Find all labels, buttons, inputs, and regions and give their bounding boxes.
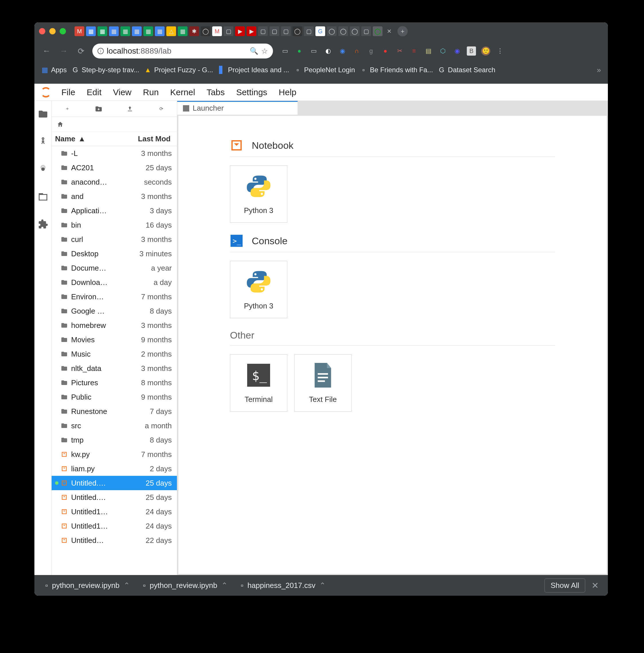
file-item[interactable]: Desktop3 minutes xyxy=(52,246,177,261)
browser-tab[interactable]: G xyxy=(315,26,325,36)
browser-tab[interactable]: ▦ xyxy=(132,26,142,36)
file-item[interactable]: Untitled1…24 days xyxy=(52,505,177,519)
minimize-window[interactable] xyxy=(49,28,56,34)
file-item[interactable]: bin16 days xyxy=(52,218,177,232)
tabs-icon[interactable] xyxy=(38,192,48,202)
file-item[interactable]: liam.py2 days xyxy=(52,461,177,476)
file-item[interactable]: kw.py7 months xyxy=(52,447,177,461)
browser-tab[interactable]: ▢ xyxy=(281,26,291,36)
apps-shortcut[interactable]: ▦ Apps xyxy=(41,66,67,74)
file-item[interactable]: Untitled.…25 days xyxy=(52,476,177,490)
file-item[interactable]: Applicati…3 days xyxy=(52,203,177,218)
download-item[interactable]: ▫happiness_2017.csv⌃ xyxy=(236,579,331,592)
browser-tab[interactable]: ▶ xyxy=(246,26,256,36)
close-window[interactable] xyxy=(39,28,45,34)
chrome-menu-icon[interactable]: ⋮ xyxy=(496,46,505,56)
extension-icon[interactable]: ▤ xyxy=(424,46,433,56)
download-item[interactable]: ▫python_review.ipynb⌃ xyxy=(40,579,135,592)
close-tab-icon[interactable]: ✕ xyxy=(384,26,394,36)
browser-tab[interactable]: ▢ xyxy=(224,26,233,36)
extension-icon[interactable]: g xyxy=(366,46,376,56)
browser-tab[interactable]: ◯ xyxy=(327,26,337,36)
menu-help[interactable]: Help xyxy=(273,88,302,97)
menu-view[interactable]: View xyxy=(107,88,137,97)
browser-tab[interactable]: ✱ xyxy=(189,26,199,36)
extension-icon[interactable]: ▭ xyxy=(309,46,318,56)
file-item[interactable]: Public9 months xyxy=(52,390,177,404)
new-launcher-icon[interactable]: ＋ xyxy=(63,104,72,114)
extension-icon[interactable]: ⬡ xyxy=(438,46,447,56)
browser-tab[interactable]: ▢ xyxy=(269,26,279,36)
file-item[interactable]: curl3 months xyxy=(52,232,177,246)
menu-run[interactable]: Run xyxy=(137,88,165,97)
download-item[interactable]: ▫python_review.ipynb⌃ xyxy=(138,579,233,592)
file-item[interactable]: Google …8 days xyxy=(52,304,177,318)
launcher-card-python-3[interactable]: Python 3 xyxy=(230,261,287,318)
close-bar-icon[interactable]: ✕ xyxy=(588,580,602,590)
launcher-card-text-file[interactable]: Text File xyxy=(294,354,352,412)
browser-tab[interactable]: ◯ xyxy=(292,26,302,36)
bookmark-item[interactable]: GDataset Search xyxy=(438,66,495,74)
launcher-card-terminal[interactable]: $_Terminal xyxy=(230,354,287,412)
file-item[interactable]: -L3 months xyxy=(52,146,177,161)
new-folder-icon[interactable] xyxy=(94,104,103,114)
reload-button[interactable]: ⟳ xyxy=(75,45,87,57)
bookmark-item[interactable]: ▫PeopleNet Login xyxy=(294,66,355,74)
browser-tab[interactable]: M xyxy=(75,26,84,36)
extension-icon[interactable]: ≡ xyxy=(409,46,419,56)
browser-tab[interactable]: ▦ xyxy=(97,26,107,36)
file-item[interactable]: Downloa…a day xyxy=(52,275,177,290)
file-item[interactable]: Untitled…22 days xyxy=(52,533,177,548)
file-item[interactable]: Runestone7 days xyxy=(52,404,177,418)
file-item[interactable]: anacond…seconds xyxy=(52,175,177,189)
maximize-window[interactable] xyxy=(59,28,66,34)
menu-file[interactable]: File xyxy=(56,88,81,97)
chevron-up-icon[interactable]: ⌃ xyxy=(124,581,130,590)
browser-tab[interactable]: ▦ xyxy=(86,26,96,36)
profile-avatar[interactable]: 🙂 xyxy=(481,46,490,56)
file-item[interactable]: Environ…7 months xyxy=(52,290,177,304)
browser-tab[interactable]: ▢ xyxy=(361,26,371,36)
back-button[interactable]: ← xyxy=(41,45,52,57)
browser-tab[interactable]: ◯ xyxy=(201,26,211,36)
menu-tabs[interactable]: Tabs xyxy=(201,88,230,97)
browser-tab[interactable]: ▢ xyxy=(258,26,268,36)
col-modified[interactable]: Last Mod xyxy=(110,135,173,143)
extension-icon[interactable]: ● xyxy=(381,46,390,56)
commands-icon[interactable] xyxy=(38,164,48,174)
menu-edit[interactable]: Edit xyxy=(81,88,107,97)
launcher-card-python-3[interactable]: Python 3 xyxy=(230,165,287,223)
browser-tab[interactable]: ▦ xyxy=(178,26,188,36)
running-icon[interactable] xyxy=(38,137,48,147)
file-item[interactable]: tmp8 days xyxy=(52,433,177,447)
chevron-up-icon[interactable]: ⌃ xyxy=(319,581,326,590)
browser-tab[interactable]: ▦ xyxy=(143,26,153,36)
browser-tab[interactable]: ◯ xyxy=(338,26,348,36)
file-item[interactable]: nltk_data3 months xyxy=(52,361,177,376)
menu-kernel[interactable]: Kernel xyxy=(165,88,201,97)
address-bar[interactable]: i localhost:8889/lab 🔍 ☆ xyxy=(92,44,273,58)
bookmarks-overflow[interactable]: » xyxy=(597,66,601,75)
site-info-icon[interactable]: i xyxy=(97,48,104,54)
folder-icon[interactable] xyxy=(38,109,48,119)
zoom-icon[interactable]: 🔍 xyxy=(250,47,258,55)
bookmark-item[interactable]: GStep-by-step trav... xyxy=(72,66,139,74)
chevron-up-icon[interactable]: ⌃ xyxy=(221,581,228,590)
extension-icon[interactable]: ∩ xyxy=(352,46,361,56)
extension-icon[interactable] xyxy=(38,219,48,229)
extension-icon[interactable]: ✂ xyxy=(395,46,404,56)
file-item[interactable]: Untitled1…24 days xyxy=(52,519,177,533)
browser-tab[interactable]: △ xyxy=(166,26,176,36)
bookmark-item[interactable]: ▋Project Ideas and ... xyxy=(218,66,289,74)
bookmark-item[interactable]: ▫Be Friends with Fa... xyxy=(360,66,433,74)
file-item[interactable]: Music2 months xyxy=(52,347,177,361)
file-item[interactable]: srca month xyxy=(52,418,177,433)
file-item[interactable]: Untitled.…25 days xyxy=(52,490,177,505)
browser-tab-active[interactable]: ◯ xyxy=(373,26,382,36)
browser-tab[interactable]: ▦ xyxy=(155,26,165,36)
extension-icon[interactable]: B xyxy=(467,46,476,56)
file-item[interactable]: Movies9 months xyxy=(52,333,177,347)
browser-tab[interactable]: ▦ xyxy=(109,26,119,36)
file-item[interactable]: and3 months xyxy=(52,189,177,203)
refresh-icon[interactable]: ⟳ xyxy=(157,104,166,114)
